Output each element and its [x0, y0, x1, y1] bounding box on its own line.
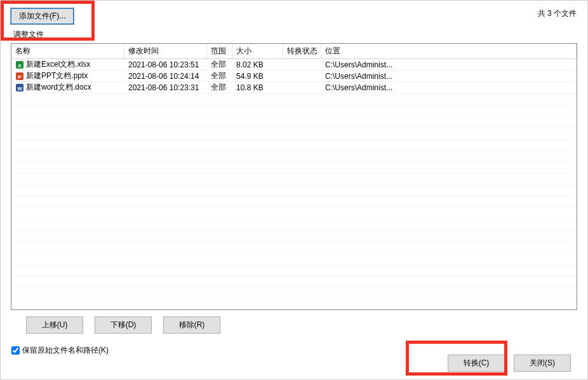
file-table[interactable]: 名称 修改时间 范围 大小 转换状态 位置 X 新建Excel文档.xlsx 2… [11, 43, 577, 310]
empty-row [11, 93, 577, 105]
preserve-name-label[interactable]: 保留原始文件名和路径(K) [22, 345, 109, 356]
table-row[interactable]: P 新建PPT文档.pptx 2021-08-06 10:24:14 全部 54… [11, 71, 577, 82]
file-size: 54.9 KB [232, 71, 283, 81]
move-up-button[interactable]: 上移(U) [26, 316, 83, 334]
preserve-name-checkbox-row: 保留原始文件名和路径(K) [1, 334, 587, 356]
convert-button[interactable]: 转换(C) [448, 355, 505, 372]
empty-row [11, 231, 577, 242]
excel-file-icon: X [15, 60, 24, 69]
file-scope: 全部 [207, 81, 232, 93]
table-body: X 新建Excel文档.xlsx 2021-08-06 10:23:51 全部 … [11, 59, 577, 310]
remove-button[interactable]: 移除(R) [163, 316, 220, 334]
column-header-mtime[interactable]: 修改时间 [124, 43, 207, 59]
svg-text:P: P [18, 74, 22, 79]
table-row[interactable]: W 新建word文档.docx 2021-08-06 10:23:31 全部 1… [11, 82, 577, 93]
file-scope: 全部 [207, 70, 232, 82]
move-down-button[interactable]: 下移(D) [95, 316, 152, 334]
file-count-label: 共 3 个文件 [538, 8, 580, 19]
close-button[interactable]: 关闭(S) [514, 355, 571, 372]
file-name: 新建Excel文档.xlsx [26, 59, 90, 70]
empty-row [11, 265, 577, 276]
file-mtime: 2021-08-06 10:23:31 [124, 83, 207, 93]
file-location: C:\Users\Administ... [321, 71, 577, 81]
svg-text:X: X [18, 62, 22, 68]
column-header-size[interactable]: 大小 [232, 43, 283, 59]
empty-row [11, 242, 577, 254]
file-mtime: 2021-08-06 10:23:51 [124, 60, 207, 70]
empty-row [11, 151, 577, 162]
file-scope: 全部 [207, 58, 232, 71]
empty-row [11, 276, 577, 288]
file-mtime: 2021-08-06 10:24:14 [124, 71, 207, 81]
empty-row [11, 105, 577, 116]
empty-row [11, 196, 577, 208]
column-header-scope[interactable]: 范围 [207, 43, 232, 59]
list-action-buttons: 上移(U) 下移(D) 移除(R) [1, 315, 587, 334]
file-size: 8.02 KB [232, 60, 283, 70]
empty-row [11, 162, 577, 173]
column-header-name[interactable]: 名称 [11, 43, 124, 59]
empty-row [11, 185, 577, 196]
ppt-file-icon: P [15, 72, 24, 81]
header: 添加文件(F)... 共 3 个文件 [1, 1, 587, 24]
column-header-location[interactable]: 位置 [321, 43, 577, 59]
file-size: 10.8 KB [232, 83, 283, 93]
add-files-area: 添加文件(F)... [6, 6, 74, 24]
empty-row [11, 254, 577, 265]
dialog-footer: 转换(C) 关闭(S) [448, 355, 571, 372]
empty-row [11, 116, 577, 128]
table-header: 名称 修改时间 范围 大小 转换状态 位置 [11, 44, 577, 59]
empty-row [11, 173, 577, 185]
file-location: C:\Users\Administ... [321, 83, 577, 93]
add-files-button[interactable]: 添加文件(F)... [11, 8, 74, 24]
empty-row [11, 219, 577, 231]
empty-row [11, 288, 577, 299]
column-header-status[interactable]: 转换状态 [283, 43, 321, 59]
preserve-name-checkbox[interactable] [11, 346, 20, 355]
svg-text:W: W [17, 85, 22, 91]
empty-row [11, 299, 577, 310]
file-status [283, 76, 321, 77]
dialog-window: 添加文件(F)... 共 3 个文件 调整文件 名称 修改时间 范围 大小 转换… [0, 0, 588, 380]
empty-row [11, 139, 577, 151]
word-file-icon: W [15, 83, 24, 92]
adjust-files-label: 调整文件 [1, 24, 587, 42]
file-status [283, 87, 321, 88]
empty-row [11, 128, 577, 139]
file-name: 新建word文档.docx [26, 82, 91, 93]
file-location: C:\Users\Administ... [321, 60, 577, 70]
file-name: 新建PPT文档.pptx [26, 71, 88, 81]
empty-row [11, 208, 577, 219]
file-status [283, 64, 321, 65]
table-row[interactable]: X 新建Excel文档.xlsx 2021-08-06 10:23:51 全部 … [11, 59, 577, 71]
